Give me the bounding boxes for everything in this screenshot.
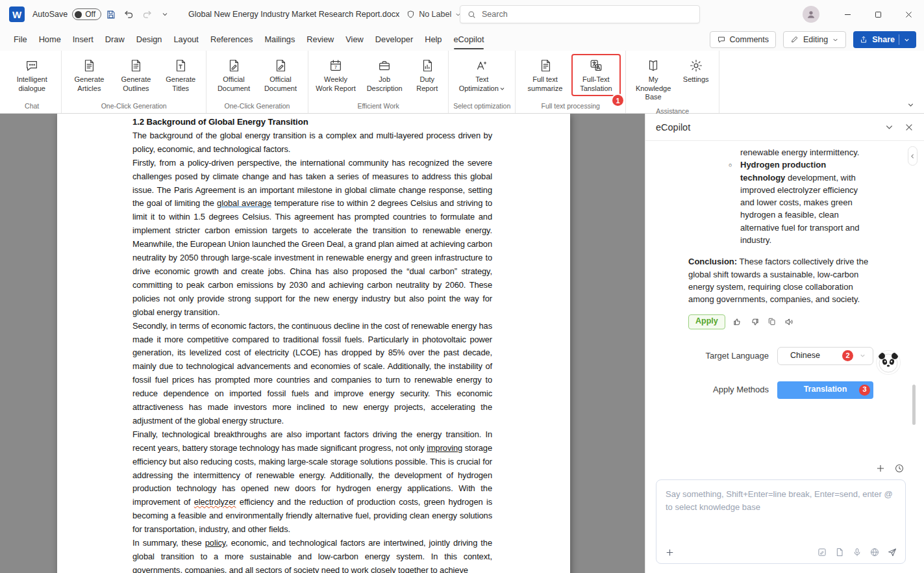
ribbon-button-official-document[interactable]: Official Document	[211, 54, 256, 96]
share-button[interactable]: Share	[853, 31, 916, 48]
input-toolbar	[656, 459, 906, 479]
ribbon-button-my-knowledge-base[interactable]: My Knowledge Base	[631, 54, 676, 105]
ribbon-button-generate-outlines[interactable]: Generate Outlines	[113, 54, 158, 96]
apply-button[interactable]: Apply	[688, 314, 725, 329]
ribbon-group-label: Chat	[25, 100, 39, 112]
undo-icon[interactable]	[119, 5, 138, 23]
step-badge: 3	[859, 385, 870, 396]
svg-text:7: 7	[334, 64, 337, 70]
ribbon-button-weekly-work-report[interactable]: 7Weekly Work Report	[313, 54, 358, 96]
weekly-work-report-icon: 7	[329, 57, 343, 73]
target-language-row: Target Language Chinese 2	[688, 347, 873, 365]
panda-avatar[interactable]	[877, 351, 900, 374]
generate-outlines-icon	[129, 57, 143, 73]
menu-tab-home[interactable]: Home	[33, 29, 67, 51]
sensitivity-label-button[interactable]: No Label	[406, 10, 462, 19]
comments-button[interactable]: Comments	[710, 31, 776, 48]
my-knowledge-base-icon	[646, 57, 660, 73]
divider	[899, 34, 899, 45]
read-aloud-icon[interactable]	[784, 316, 795, 327]
ribbon-button-full-text-tanslation[interactable]: Full-Text Tanslation1	[571, 54, 621, 96]
duty-report-icon	[420, 57, 434, 73]
menu-tab-view[interactable]: View	[340, 29, 369, 51]
full-text-summarize-icon	[538, 57, 553, 73]
target-language-label: Target Language	[705, 350, 769, 362]
menu-tab-developer[interactable]: Developer	[369, 29, 419, 51]
autosave-pill: Off	[72, 8, 101, 20]
microphone-icon[interactable]	[852, 547, 862, 557]
panel-close-icon[interactable]	[905, 123, 914, 132]
menu-tab-ecopilot[interactable]: eCopilot	[448, 29, 490, 51]
word-logo[interactable]: W	[9, 6, 25, 22]
minimize-button[interactable]	[832, 0, 863, 29]
attach-plus-icon[interactable]	[665, 548, 675, 557]
ribbon-button-generate-articles[interactable]: Generate Articles	[66, 54, 112, 96]
menu-tab-mailings[interactable]: Mailings	[258, 29, 301, 51]
ribbon-button-text-optimization[interactable]: Text Optimization	[455, 54, 509, 96]
ribbon-button-intelligent-dialogue[interactable]: Intelligent dialogue	[7, 54, 56, 96]
full-text-tanslation-icon	[589, 57, 603, 73]
document-canvas[interactable]: 1.2 Background of Global Energy Transiti…	[0, 114, 645, 573]
ribbon-group-select-optimization: Text OptimizationSelect optimization	[449, 51, 516, 113]
send-icon[interactable]	[887, 547, 897, 557]
collapse-ribbon-icon[interactable]	[906, 101, 915, 109]
quick-access-chevron-icon[interactable]	[156, 5, 174, 23]
compose-icon[interactable]	[817, 547, 827, 557]
close-button[interactable]	[893, 0, 924, 29]
chevron-down-icon	[832, 36, 839, 44]
document-page[interactable]: 1.2 Background of Global Energy Transiti…	[57, 114, 570, 573]
ribbon-button-job-description[interactable]: Job Description	[360, 54, 409, 96]
menubar-right: Comments Editing Share	[710, 31, 916, 48]
generate-titles-icon	[173, 57, 188, 73]
generate-articles-icon	[82, 57, 96, 73]
redo-icon[interactable]	[138, 5, 156, 23]
save-icon[interactable]	[101, 5, 119, 23]
panel-collapse-handle[interactable]	[908, 146, 918, 166]
menu-tab-help[interactable]: Help	[419, 29, 447, 51]
doc-paragraph: The background of the global energy tran…	[132, 129, 492, 157]
ribbon-group-chat: Intelligent dialogueChat	[3, 51, 62, 113]
maximize-button[interactable]	[863, 0, 893, 29]
ribbon-button-settings[interactable]: Settings	[677, 54, 714, 88]
autosave-toggle[interactable]: AutoSave Off	[32, 8, 101, 20]
menu-tab-insert[interactable]: Insert	[67, 29, 99, 51]
document-content: 1.2 Background of Global Energy Transiti…	[57, 114, 570, 573]
ribbon-button-generate-titles[interactable]: Generate Titles	[160, 54, 201, 96]
ribbon-button-duty-report[interactable]: Duty Report	[410, 54, 443, 96]
ribbon-button-official-document[interactable]: Official Document	[258, 54, 303, 96]
menu-tab-layout[interactable]: Layout	[168, 29, 205, 51]
translation-button[interactable]: Translation 3	[777, 381, 873, 399]
menu-tab-review[interactable]: Review	[301, 29, 340, 51]
ribbon-groups: Intelligent dialogueChatGenerate Article…	[3, 51, 719, 113]
menu-items: FileHomeInsertDrawDesignLayoutReferences…	[8, 29, 490, 51]
chat-response-area: renewable energy intermittency. Hydrogen…	[645, 141, 924, 459]
menu-tab-references[interactable]: References	[205, 29, 258, 51]
thumbs-down-icon[interactable]	[749, 316, 760, 327]
thumbs-up-icon[interactable]	[732, 316, 743, 327]
target-language-dropdown[interactable]: Chinese 2	[777, 347, 873, 365]
text-optimization-icon	[475, 57, 489, 73]
editing-mode-button[interactable]: Editing	[783, 31, 846, 48]
search-placeholder: Search	[482, 10, 508, 19]
document-icon[interactable]	[834, 547, 845, 557]
globe-icon[interactable]	[869, 547, 880, 557]
response-text: renewable energy intermittency.	[740, 146, 873, 159]
menu-tab-draw[interactable]: Draw	[99, 29, 131, 51]
panel-scrollbar[interactable]	[912, 385, 916, 425]
autosave-state: Off	[85, 10, 95, 19]
doc-paragraphs: The background of the global energy tran…	[132, 129, 492, 573]
chevron-down-icon	[903, 36, 910, 44]
user-avatar[interactable]	[803, 6, 819, 23]
menu-tab-design[interactable]: Design	[131, 29, 168, 51]
ribbon-button-full-text-summarize[interactable]: Full text summarize	[520, 54, 569, 96]
history-clock-icon[interactable]	[894, 463, 905, 474]
panel-collapse-chevron-icon[interactable]	[884, 122, 894, 132]
copy-icon[interactable]	[767, 316, 777, 327]
step-badge: 2	[842, 350, 853, 361]
search-input[interactable]: Search	[460, 5, 700, 23]
apply-methods-label: Apply Methods	[713, 383, 769, 396]
comment-icon	[717, 35, 726, 44]
menu-tab-file[interactable]: File	[8, 29, 33, 51]
new-chat-plus-icon[interactable]	[875, 463, 886, 474]
chat-input[interactable]: Say something, Shift+Enter=line break, E…	[656, 479, 906, 564]
